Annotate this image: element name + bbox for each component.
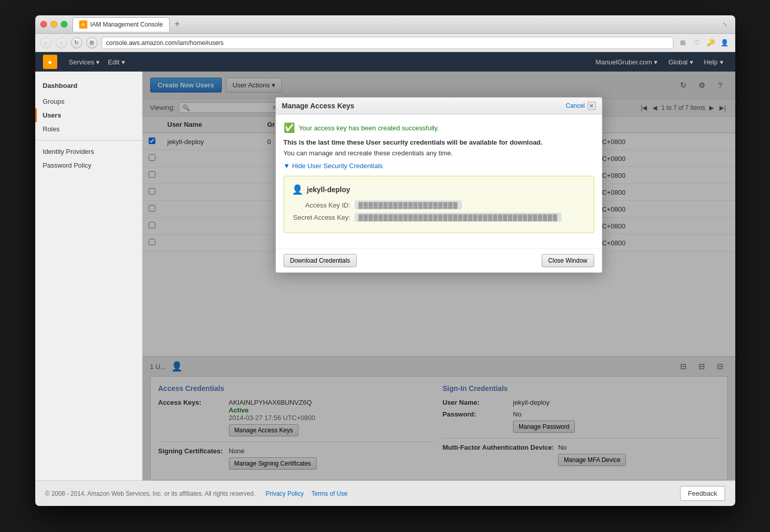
modal-title: Manage Access Keys [282,102,355,110]
info-message: You can manage and recreate these creden… [284,149,594,157]
success-check-icon: ✅ [284,122,295,133]
bookmarks-icon[interactable]: ⊞ [678,37,689,49]
user-icon[interactable]: 👤 [719,37,730,49]
toggle-arrow-icon: ▼ [284,162,290,170]
cred-username: jekyll-deploy [307,186,351,194]
reload-button[interactable]: ↻ [71,37,82,49]
content-area: Create New Users User Actions ▾ ↻ ⚙ ? Vi… [143,72,735,480]
maximize-button[interactable] [61,21,67,28]
titlebar: A IAM Management Console + ⤡ [35,15,735,34]
tab-favicon: A [79,20,87,29]
minimize-button[interactable] [51,21,57,28]
credential-display-box: 👤 jekyll-deploy Access Key ID: ▓▓▓▓▓▓▓▓▓… [284,176,594,233]
grid-view-button[interactable]: ⊞ [86,37,98,49]
cred-user-icon: 👤 [292,184,303,195]
services-menu[interactable]: Services ▾ [65,58,104,66]
help-menu[interactable]: Help ▾ [700,58,728,66]
key-icon[interactable]: 🔑 [705,37,716,49]
address-input[interactable] [102,37,673,49]
sidebar-divider [35,140,142,141]
feedback-button[interactable]: Feedback [680,486,725,501]
copyright-text: © 2008 - 2014, Amazon Web Services, Inc.… [45,490,255,497]
modal-body: ✅ Your access key has been created succe… [276,114,602,248]
modal-close-button[interactable]: ✕ [588,102,596,110]
sidebar-item-roles[interactable]: Roles [35,122,142,136]
resize-icon: ⤡ [722,21,730,28]
modal-footer: Download Credentials Close Window [276,248,602,272]
back-button[interactable]: ‹ [40,37,52,49]
sidebar-item-groups[interactable]: Groups [35,95,142,108]
sidebar-item-users[interactable]: Users [35,108,142,122]
new-tab-button[interactable]: + [172,19,183,30]
browser-actions: ⊞ ♡ 🔑 👤 [678,37,730,49]
cred-user-header: 👤 jekyll-deploy [292,184,586,195]
access-key-id-value: ▓▓▓▓▓▓▓▓▓▓▓▓▓▓▓▓▓▓▓▓ [355,200,462,210]
forward-button[interactable]: › [56,37,67,49]
browser-tab[interactable]: A IAM Management Console [73,17,170,32]
hide-credentials-toggle[interactable]: ▼ Hide User Security Credentials [284,162,594,170]
modal-overlay: Manage Access Keys Cancel ✕ ✅ Your acces… [143,72,735,480]
modal-close-area: Cancel ✕ [566,102,595,110]
manage-access-keys-modal: Manage Access Keys Cancel ✕ ✅ Your acces… [275,97,602,273]
tab-bar: A IAM Management Console + [73,17,722,32]
download-credentials-button[interactable]: Download Credentials [284,254,357,267]
footer-links: Privacy Policy Terms of Use [266,490,347,497]
sidebar-item-identity-providers[interactable]: Identity Providers [35,145,142,158]
privacy-policy-link[interactable]: Privacy Policy [266,490,304,497]
warning-message: This is the last time these User securit… [284,138,594,146]
page-footer: © 2008 - 2014, Amazon Web Services, Inc.… [35,480,735,506]
success-notice: ✅ Your access key has been created succe… [284,122,594,133]
secret-access-key-label: Secret Access Key: [292,214,351,221]
account-menu[interactable]: ManuelGruber.com ▾ [592,58,662,66]
sidebar-item-password-policy[interactable]: Password Policy [35,158,142,172]
traffic-lights [40,21,67,28]
heart-icon[interactable]: ♡ [691,37,703,49]
aws-logo: ■ [43,55,57,69]
modal-header: Manage Access Keys Cancel ✕ [276,98,602,114]
access-key-id-row: Access Key ID: ▓▓▓▓▓▓▓▓▓▓▓▓▓▓▓▓▓▓▓▓ [292,200,586,210]
success-message: Your access key has been created success… [299,124,439,132]
close-window-button[interactable]: Close Window [542,254,594,267]
close-button[interactable] [40,21,47,28]
modal-cancel-link[interactable]: Cancel [566,102,585,109]
region-menu[interactable]: Global ▾ [664,58,697,66]
sidebar: Dashboard Groups Users Roles Identity Pr… [35,72,143,480]
tab-title: IAM Management Console [90,21,163,28]
access-key-id-label: Access Key ID: [292,201,351,209]
addressbar: ‹ › ↻ ⊞ ⊞ ♡ 🔑 👤 [35,34,735,52]
secret-access-key-value: ▓▓▓▓▓▓▓▓▓▓▓▓▓▓▓▓▓▓▓▓▓▓▓▓▓▓▓▓▓▓▓▓▓▓▓▓▓▓▓▓ [355,213,562,222]
sidebar-section-title: Dashboard [35,79,142,95]
aws-topbar: ■ Services ▾ Edit ▾ ManuelGruber.com ▾ G… [35,52,735,72]
console-body: ■ Services ▾ Edit ▾ ManuelGruber.com ▾ G… [35,52,735,506]
secret-access-key-row: Secret Access Key: ▓▓▓▓▓▓▓▓▓▓▓▓▓▓▓▓▓▓▓▓▓… [292,213,586,222]
terms-of-use-link[interactable]: Terms of Use [311,490,347,497]
edit-menu[interactable]: Edit ▾ [104,58,129,66]
toggle-label: Hide User Security Credentials [292,162,383,170]
topbar-right: ManuelGruber.com ▾ Global ▾ Help ▾ [592,58,728,66]
main-layout: Dashboard Groups Users Roles Identity Pr… [35,72,735,480]
